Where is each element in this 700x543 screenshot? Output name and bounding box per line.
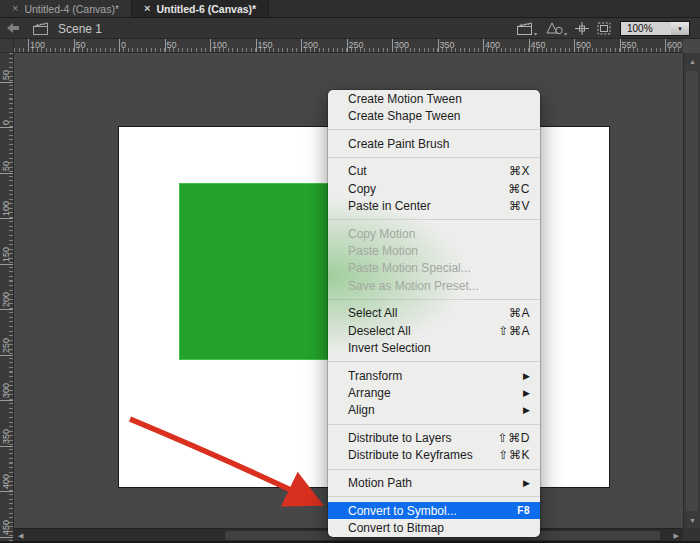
ruler-tick: 50 (0, 82, 13, 83)
scroll-up-icon[interactable]: ▲ (689, 58, 696, 65)
ruler-label: 300 (394, 40, 409, 50)
ruler-tick: 300 (0, 400, 13, 401)
menu-item-label: Paste Motion (348, 244, 530, 258)
clip-content-icon[interactable] (596, 21, 612, 36)
edit-symbols-icon[interactable] (546, 21, 564, 36)
context-menu: Create Motion TweenCreate Shape TweenCre… (328, 90, 540, 537)
ruler-label: 550 (622, 40, 637, 50)
submenu-arrow-icon: ▶ (523, 371, 530, 381)
edit-scene-icon[interactable] (516, 21, 534, 36)
scroll-right-icon[interactable]: ▶ (674, 532, 679, 539)
menu-separator (328, 299, 540, 300)
scroll-left-icon[interactable]: ◀ (18, 532, 23, 539)
menu-item-label: Create Paint Brush (348, 137, 530, 151)
menu-item-label: Transform (348, 369, 511, 383)
ruler-label: 150 (1, 246, 11, 261)
menu-item-label: Align (348, 403, 511, 417)
menu-item-paste-in-center[interactable]: Paste in Center⌘V (328, 197, 540, 214)
menu-separator (328, 219, 540, 220)
menu-item-align[interactable]: Align▶ (328, 402, 540, 419)
menu-item-arrange[interactable]: Arrange▶ (328, 384, 540, 401)
clapperboard-icon (32, 21, 50, 36)
menu-item-label: Cut (348, 164, 497, 178)
ruler-label: 50 (167, 40, 177, 50)
vertical-scrollbar[interactable]: ▲ ▼ (683, 53, 700, 528)
menu-item-create-motion-tween[interactable]: Create Motion Tween (328, 90, 540, 107)
vertical-scrollbar-thumb[interactable] (686, 71, 698, 511)
ruler-tick: 50 (0, 173, 13, 174)
close-icon[interactable]: × (12, 3, 18, 14)
scroll-down-icon[interactable]: ▼ (689, 517, 696, 524)
menu-item-shortcut: ⌘V (509, 199, 530, 213)
horizontal-ruler: 1005005010015020025030035040045050055060… (14, 39, 683, 53)
tab-untitled-4[interactable]: × Untitled-4 (Canvas)* (0, 0, 132, 17)
menu-item-label: Invert Selection (348, 341, 530, 355)
menu-item-label: Create Shape Tween (348, 109, 530, 123)
ruler-label: 50 (1, 160, 11, 170)
edit-symbols-dropdown-icon[interactable]: ▾ (564, 30, 567, 37)
menu-item-label: Distribute to Layers (348, 431, 486, 445)
ruler-tick: 350 (0, 446, 13, 447)
menu-item-shortcut: ⌘X (509, 164, 530, 178)
menu-item-motion-path[interactable]: Motion Path▶ (328, 474, 540, 491)
menu-separator (328, 469, 540, 470)
menu-item-label: Deselect All (348, 324, 486, 338)
menu-item-distribute-to-layers[interactable]: Distribute to Layers⇧⌘D (328, 429, 540, 446)
menu-item-label: Paste in Center (348, 199, 497, 213)
ruler-label: 400 (485, 40, 500, 50)
menu-item-select-all[interactable]: Select All⌘A (328, 305, 540, 322)
menu-item-cut[interactable]: Cut⌘X (328, 163, 540, 180)
menu-separator (328, 496, 540, 497)
ruler-tick: 150 (256, 39, 257, 52)
ruler-tick: 200 (0, 309, 13, 310)
menu-item-copy[interactable]: Copy⌘C (328, 180, 540, 197)
ruler-label: 0 (1, 120, 11, 125)
ruler-label: 250 (349, 40, 364, 50)
menu-item-invert-selection[interactable]: Invert Selection (328, 339, 540, 356)
ruler-label: 300 (1, 383, 11, 398)
zoom-level-field[interactable]: 100% (620, 21, 672, 36)
flash-document-window: × Untitled-4 (Canvas)* × Untitled-6 (Can… (0, 0, 700, 543)
menu-item-convert-to-symbol[interactable]: Convert to Symbol...F8 (328, 502, 540, 519)
ruler-tick: 400 (0, 491, 13, 492)
menu-item-create-shape-tween[interactable]: Create Shape Tween (328, 107, 540, 124)
ruler-tick: 0 (0, 127, 13, 128)
center-frame-icon[interactable] (574, 21, 590, 36)
ruler-label: 50 (76, 40, 86, 50)
ruler-tick: 550 (620, 39, 621, 52)
edit-bar: Scene 1 ▾ ▾ 100% ▾ (0, 18, 700, 39)
tab-untitled-6[interactable]: × Untitled-6 (Canvas)* (132, 0, 269, 17)
menu-item-create-paint-brush[interactable]: Create Paint Brush (328, 135, 540, 152)
menu-item-paste-motion-special: Paste Motion Special... (328, 260, 540, 277)
menu-item-label: Copy (348, 182, 496, 196)
menu-item-label: Arrange (348, 386, 511, 400)
menu-separator (328, 129, 540, 130)
menu-item-deselect-all[interactable]: Deselect All⇧⌘A (328, 322, 540, 339)
ruler-tick: 400 (483, 39, 484, 52)
menu-item-distribute-to-keyframes[interactable]: Distribute to Keyframes⇧⌘K (328, 447, 540, 464)
scene-breadcrumb[interactable]: Scene 1 (58, 22, 102, 36)
menu-item-paste-motion: Paste Motion (328, 242, 540, 259)
ruler-label: 350 (1, 428, 11, 443)
menu-separator (328, 361, 540, 362)
tab-label: Untitled-6 (Canvas)* (156, 3, 256, 15)
menu-item-label: Convert to Bitmap (348, 521, 530, 535)
ruler-tick: 600 (665, 39, 666, 52)
menu-item-label: Distribute to Keyframes (348, 448, 486, 462)
ruler-label: 200 (1, 292, 11, 307)
document-tab-bar: × Untitled-4 (Canvas)* × Untitled-6 (Can… (0, 0, 700, 18)
menu-item-shortcut: ⇧⌘A (498, 324, 530, 338)
menu-item-label: Select All (348, 306, 497, 320)
back-arrow-icon[interactable] (6, 22, 20, 34)
menu-item-transform[interactable]: Transform▶ (328, 367, 540, 384)
menu-item-label: Create Motion Tween (348, 92, 530, 106)
menu-item-shortcut: ⇧⌘K (498, 448, 530, 462)
edit-scene-dropdown-icon[interactable]: ▾ (534, 30, 537, 37)
ruler-label: 100 (30, 40, 45, 50)
zoom-dropdown-button[interactable]: ▾ (671, 21, 690, 36)
ruler-label: 250 (1, 337, 11, 352)
scrollbar-corner (683, 528, 700, 541)
menu-item-convert-to-bitmap[interactable]: Convert to Bitmap (328, 519, 540, 536)
menu-item-save-as-motion-preset: Save as Motion Preset... (328, 277, 540, 294)
close-icon[interactable]: × (144, 3, 150, 14)
